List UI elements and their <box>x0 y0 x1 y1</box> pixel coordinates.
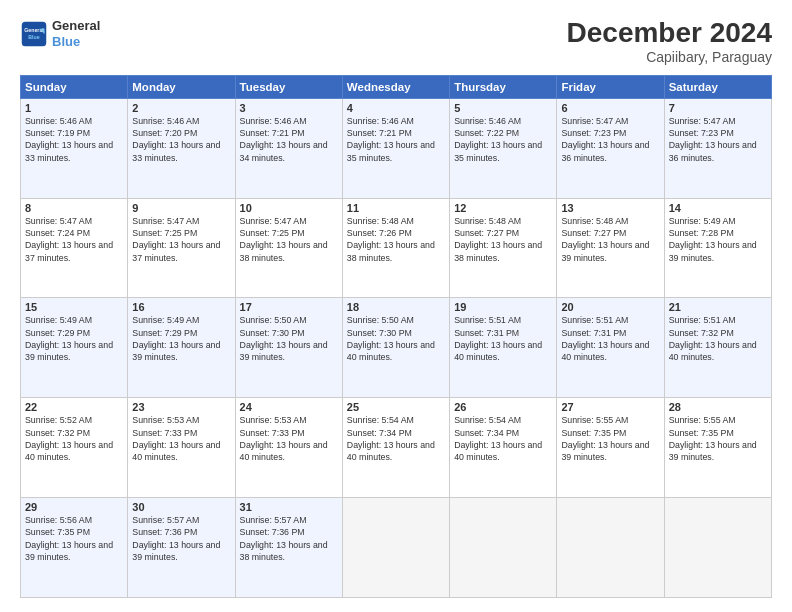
day-cell: 8Sunrise: 5:47 AMSunset: 7:24 PMDaylight… <box>21 198 128 298</box>
day-number: 4 <box>347 102 445 114</box>
day-number: 31 <box>240 501 338 513</box>
day-info: Sunrise: 5:53 AMSunset: 7:33 PMDaylight:… <box>240 414 338 463</box>
day-cell: 31Sunrise: 5:57 AMSunset: 7:36 PMDayligh… <box>235 498 342 598</box>
week-row-1: 1Sunrise: 5:46 AMSunset: 7:19 PMDaylight… <box>21 98 772 198</box>
day-number: 17 <box>240 301 338 313</box>
day-cell: 7Sunrise: 5:47 AMSunset: 7:23 PMDaylight… <box>664 98 771 198</box>
day-info: Sunrise: 5:57 AMSunset: 7:36 PMDaylight:… <box>132 514 230 563</box>
day-cell <box>342 498 449 598</box>
col-header-monday: Monday <box>128 75 235 98</box>
day-number: 30 <box>132 501 230 513</box>
day-info: Sunrise: 5:54 AMSunset: 7:34 PMDaylight:… <box>454 414 552 463</box>
day-number: 12 <box>454 202 552 214</box>
day-number: 11 <box>347 202 445 214</box>
day-number: 5 <box>454 102 552 114</box>
day-cell: 3Sunrise: 5:46 AMSunset: 7:21 PMDaylight… <box>235 98 342 198</box>
col-header-tuesday: Tuesday <box>235 75 342 98</box>
logo-text: General Blue <box>52 18 100 49</box>
day-info: Sunrise: 5:46 AMSunset: 7:22 PMDaylight:… <box>454 115 552 164</box>
calendar-table: SundayMondayTuesdayWednesdayThursdayFrid… <box>20 75 772 598</box>
week-row-2: 8Sunrise: 5:47 AMSunset: 7:24 PMDaylight… <box>21 198 772 298</box>
day-cell: 5Sunrise: 5:46 AMSunset: 7:22 PMDaylight… <box>450 98 557 198</box>
day-cell: 28Sunrise: 5:55 AMSunset: 7:35 PMDayligh… <box>664 398 771 498</box>
day-number: 20 <box>561 301 659 313</box>
day-cell: 4Sunrise: 5:46 AMSunset: 7:21 PMDaylight… <box>342 98 449 198</box>
day-info: Sunrise: 5:53 AMSunset: 7:33 PMDaylight:… <box>132 414 230 463</box>
location: Capiibary, Paraguay <box>567 49 772 65</box>
week-row-3: 15Sunrise: 5:49 AMSunset: 7:29 PMDayligh… <box>21 298 772 398</box>
day-number: 9 <box>132 202 230 214</box>
day-number: 29 <box>25 501 123 513</box>
day-info: Sunrise: 5:57 AMSunset: 7:36 PMDaylight:… <box>240 514 338 563</box>
day-number: 3 <box>240 102 338 114</box>
day-cell: 11Sunrise: 5:48 AMSunset: 7:26 PMDayligh… <box>342 198 449 298</box>
col-header-wednesday: Wednesday <box>342 75 449 98</box>
col-header-thursday: Thursday <box>450 75 557 98</box>
day-number: 24 <box>240 401 338 413</box>
day-cell <box>557 498 664 598</box>
day-cell: 23Sunrise: 5:53 AMSunset: 7:33 PMDayligh… <box>128 398 235 498</box>
day-info: Sunrise: 5:50 AMSunset: 7:30 PMDaylight:… <box>240 314 338 363</box>
day-cell: 2Sunrise: 5:46 AMSunset: 7:20 PMDaylight… <box>128 98 235 198</box>
day-number: 10 <box>240 202 338 214</box>
day-number: 23 <box>132 401 230 413</box>
day-number: 14 <box>669 202 767 214</box>
day-number: 25 <box>347 401 445 413</box>
svg-text:Blue: Blue <box>28 34 39 40</box>
day-info: Sunrise: 5:49 AMSunset: 7:29 PMDaylight:… <box>25 314 123 363</box>
day-number: 6 <box>561 102 659 114</box>
col-header-sunday: Sunday <box>21 75 128 98</box>
header-row: SundayMondayTuesdayWednesdayThursdayFrid… <box>21 75 772 98</box>
day-cell: 16Sunrise: 5:49 AMSunset: 7:29 PMDayligh… <box>128 298 235 398</box>
day-info: Sunrise: 5:46 AMSunset: 7:21 PMDaylight:… <box>240 115 338 164</box>
day-cell: 21Sunrise: 5:51 AMSunset: 7:32 PMDayligh… <box>664 298 771 398</box>
day-info: Sunrise: 5:55 AMSunset: 7:35 PMDaylight:… <box>669 414 767 463</box>
day-info: Sunrise: 5:46 AMSunset: 7:20 PMDaylight:… <box>132 115 230 164</box>
day-info: Sunrise: 5:47 AMSunset: 7:23 PMDaylight:… <box>669 115 767 164</box>
day-number: 22 <box>25 401 123 413</box>
day-info: Sunrise: 5:52 AMSunset: 7:32 PMDaylight:… <box>25 414 123 463</box>
day-info: Sunrise: 5:47 AMSunset: 7:25 PMDaylight:… <box>132 215 230 264</box>
day-cell: 24Sunrise: 5:53 AMSunset: 7:33 PMDayligh… <box>235 398 342 498</box>
day-cell: 17Sunrise: 5:50 AMSunset: 7:30 PMDayligh… <box>235 298 342 398</box>
day-info: Sunrise: 5:49 AMSunset: 7:28 PMDaylight:… <box>669 215 767 264</box>
day-number: 27 <box>561 401 659 413</box>
day-info: Sunrise: 5:47 AMSunset: 7:23 PMDaylight:… <box>561 115 659 164</box>
day-cell: 22Sunrise: 5:52 AMSunset: 7:32 PMDayligh… <box>21 398 128 498</box>
day-info: Sunrise: 5:48 AMSunset: 7:27 PMDaylight:… <box>561 215 659 264</box>
header: General Blue General Blue December 2024 … <box>20 18 772 65</box>
day-number: 18 <box>347 301 445 313</box>
day-info: Sunrise: 5:46 AMSunset: 7:21 PMDaylight:… <box>347 115 445 164</box>
day-number: 2 <box>132 102 230 114</box>
col-header-saturday: Saturday <box>664 75 771 98</box>
week-row-5: 29Sunrise: 5:56 AMSunset: 7:35 PMDayligh… <box>21 498 772 598</box>
day-cell <box>664 498 771 598</box>
day-info: Sunrise: 5:51 AMSunset: 7:32 PMDaylight:… <box>669 314 767 363</box>
day-info: Sunrise: 5:47 AMSunset: 7:24 PMDaylight:… <box>25 215 123 264</box>
day-cell: 13Sunrise: 5:48 AMSunset: 7:27 PMDayligh… <box>557 198 664 298</box>
title-block: December 2024 Capiibary, Paraguay <box>567 18 772 65</box>
day-number: 28 <box>669 401 767 413</box>
col-header-friday: Friday <box>557 75 664 98</box>
day-cell: 20Sunrise: 5:51 AMSunset: 7:31 PMDayligh… <box>557 298 664 398</box>
page: General Blue General Blue December 2024 … <box>0 0 792 612</box>
day-number: 21 <box>669 301 767 313</box>
day-info: Sunrise: 5:47 AMSunset: 7:25 PMDaylight:… <box>240 215 338 264</box>
day-number: 15 <box>25 301 123 313</box>
day-cell: 30Sunrise: 5:57 AMSunset: 7:36 PMDayligh… <box>128 498 235 598</box>
week-row-4: 22Sunrise: 5:52 AMSunset: 7:32 PMDayligh… <box>21 398 772 498</box>
day-info: Sunrise: 5:51 AMSunset: 7:31 PMDaylight:… <box>454 314 552 363</box>
day-cell: 10Sunrise: 5:47 AMSunset: 7:25 PMDayligh… <box>235 198 342 298</box>
day-cell: 26Sunrise: 5:54 AMSunset: 7:34 PMDayligh… <box>450 398 557 498</box>
day-cell: 9Sunrise: 5:47 AMSunset: 7:25 PMDaylight… <box>128 198 235 298</box>
day-cell: 14Sunrise: 5:49 AMSunset: 7:28 PMDayligh… <box>664 198 771 298</box>
day-info: Sunrise: 5:46 AMSunset: 7:19 PMDaylight:… <box>25 115 123 164</box>
day-info: Sunrise: 5:55 AMSunset: 7:35 PMDaylight:… <box>561 414 659 463</box>
day-number: 19 <box>454 301 552 313</box>
day-info: Sunrise: 5:56 AMSunset: 7:35 PMDaylight:… <box>25 514 123 563</box>
day-number: 1 <box>25 102 123 114</box>
month-title: December 2024 <box>567 18 772 49</box>
day-info: Sunrise: 5:49 AMSunset: 7:29 PMDaylight:… <box>132 314 230 363</box>
day-cell: 27Sunrise: 5:55 AMSunset: 7:35 PMDayligh… <box>557 398 664 498</box>
day-cell: 19Sunrise: 5:51 AMSunset: 7:31 PMDayligh… <box>450 298 557 398</box>
